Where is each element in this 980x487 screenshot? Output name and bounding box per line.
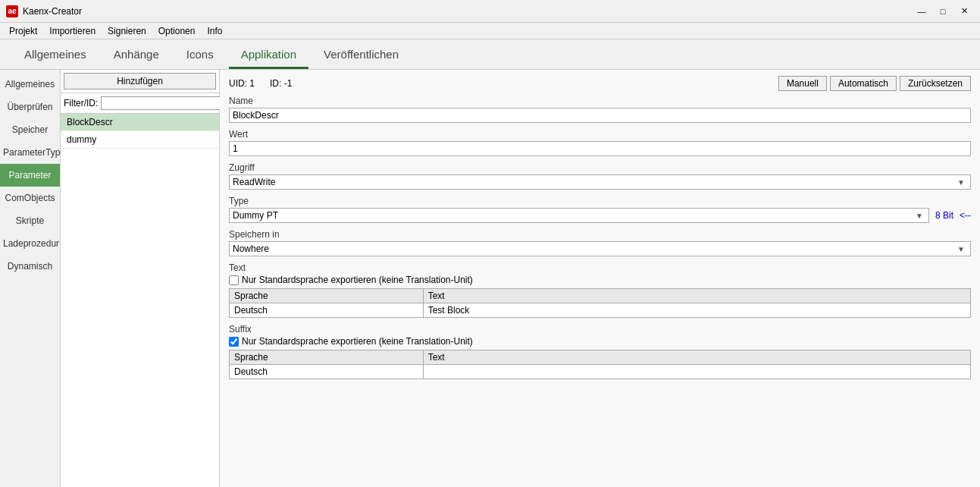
text-checkbox-label: Nur Standardsprache exportieren (keine T…: [242, 275, 473, 285]
titlebar-controls: — □ ✕: [912, 4, 974, 19]
menu-info[interactable]: Info: [201, 24, 228, 38]
type-label: Type: [229, 196, 971, 206]
list-panel: Hinzufügen Filter/ID: BlockDescr dummy: [61, 70, 220, 487]
uid-id-left: UID: 1 ID: -1: [229, 78, 292, 89]
manuell-button[interactable]: Manuell: [778, 76, 827, 91]
menubar: Projekt Importieren Signieren Optionen I…: [0, 23, 980, 39]
speichern-select-wrapper: Nowhere: [229, 241, 971, 256]
suffix-section-title: Suffix: [229, 324, 971, 335]
wert-group: Wert: [229, 129, 971, 156]
automatisch-button[interactable]: Automatisch: [830, 76, 897, 91]
tab-icons[interactable]: Icons: [174, 42, 226, 69]
close-button[interactable]: ✕: [954, 4, 974, 19]
maximize-button[interactable]: □: [933, 4, 953, 19]
sidebar-item-allgemeines[interactable]: Allgemeines: [0, 73, 60, 96]
menu-importieren[interactable]: Importieren: [43, 24, 102, 38]
sidebar-item-parametertypes[interactable]: ParameterTypes: [0, 141, 60, 164]
main-area: Allgemeines Überprüfen Speicher Paramete…: [0, 70, 980, 487]
detail-panel: UID: 1 ID: -1 Manuell Automatisch Zurück…: [220, 70, 980, 487]
id-display: ID: -1: [270, 78, 292, 89]
type-row: Dummy PT 8 Bit <--: [229, 208, 971, 223]
suffix-row-sprache: Deutsch: [230, 365, 424, 379]
wert-label: Wert: [229, 129, 971, 140]
text-section-title: Text: [229, 262, 971, 273]
list-items: BlockDescr dummy: [61, 114, 219, 487]
zugriff-label: Zugriff: [229, 162, 971, 173]
wert-input[interactable]: [229, 141, 971, 156]
sidebar-item-speicher[interactable]: Speicher: [0, 118, 60, 141]
minimize-button[interactable]: —: [912, 4, 931, 19]
list-item-dummy[interactable]: dummy: [61, 131, 219, 149]
text-checkbox-row: Nur Standardsprache exportieren (keine T…: [229, 275, 971, 285]
sidebar-item-ladeprozedur[interactable]: Ladeprozedur: [0, 232, 60, 255]
add-button[interactable]: Hinzufügen: [64, 73, 216, 90]
type-group: Type Dummy PT 8 Bit <--: [229, 196, 971, 223]
text-lang-table: Sprache Text Deutsch: [229, 288, 971, 318]
tab-anhaenge[interactable]: Anhänge: [102, 42, 171, 69]
table-row: Deutsch: [230, 303, 971, 318]
suffix-lang-table: Sprache Text Deutsch: [229, 350, 971, 379]
name-input[interactable]: [229, 108, 971, 123]
sidebar-item-comobjects[interactable]: ComObjects: [0, 187, 60, 209]
titlebar-title: Kaenx-Creator: [23, 6, 912, 17]
tab-veroeffentlichen[interactable]: Veröffentlichen: [312, 42, 411, 69]
zuruecksetzen-button[interactable]: Zurücksetzen: [900, 76, 971, 91]
text-section: Text Nur Standardsprache exportieren (ke…: [229, 262, 971, 318]
suffix-col-sprache: Sprache: [230, 350, 424, 365]
name-label: Name: [229, 96, 971, 106]
menu-projekt[interactable]: Projekt: [3, 24, 43, 38]
text-row-text-input[interactable]: [428, 305, 966, 316]
text-row-sprache: Deutsch: [230, 303, 424, 318]
suffix-checkbox[interactable]: [229, 337, 239, 347]
list-item-blockdescr[interactable]: BlockDescr: [61, 114, 219, 131]
suffix-row-text[interactable]: [423, 365, 970, 379]
filter-label: Filter/ID:: [64, 98, 98, 108]
speichern-select[interactable]: Nowhere: [229, 241, 971, 256]
type-select[interactable]: Dummy PT: [229, 208, 929, 223]
tab-allgemeines[interactable]: Allgemeines: [12, 42, 99, 69]
suffix-col-text: Text: [423, 350, 970, 365]
zugriff-select[interactable]: ReadWrite ReadOnly WriteOnly None: [229, 174, 971, 190]
type-arrow[interactable]: <--: [960, 210, 971, 221]
filter-row: Filter/ID:: [61, 93, 219, 114]
text-col-text: Text: [423, 289, 970, 303]
speichern-group: Speichern in Nowhere: [229, 229, 971, 256]
menu-optionen[interactable]: Optionen: [152, 24, 202, 38]
sidebar-item-skripte[interactable]: Skripte: [0, 209, 60, 232]
zugriff-group: Zugriff ReadWrite ReadOnly WriteOnly Non…: [229, 162, 971, 190]
speichern-label: Speichern in: [229, 229, 971, 240]
text-row-text[interactable]: [423, 303, 970, 318]
text-col-sprache: Sprache: [230, 289, 424, 303]
tab-applikation[interactable]: Applikation: [229, 42, 308, 69]
suffix-section: Suffix Nur Standardsprache exportieren (…: [229, 324, 971, 379]
uid-id-row: UID: 1 ID: -1 Manuell Automatisch Zurück…: [229, 76, 971, 91]
tabbar: Allgemeines Anhänge Icons Applikation Ve…: [0, 39, 980, 70]
uid-id-right: Manuell Automatisch Zurücksetzen: [778, 76, 971, 91]
titlebar: ae Kaenx-Creator — □ ✕: [0, 0, 980, 23]
table-row: Deutsch: [230, 365, 971, 379]
text-checkbox[interactable]: [229, 275, 239, 285]
uid-display: UID: 1: [229, 78, 255, 89]
sidebar-item-ueberprufen[interactable]: Überprüfen: [0, 96, 60, 118]
sidebar-item-dynamisch[interactable]: Dynamisch: [0, 255, 60, 278]
name-group: Name: [229, 96, 971, 123]
zugriff-select-wrapper: ReadWrite ReadOnly WriteOnly None: [229, 174, 971, 190]
suffix-checkbox-row: Nur Standardsprache exportieren (keine T…: [229, 336, 971, 347]
filter-input[interactable]: [101, 96, 221, 110]
type-select-wrapper: Dummy PT: [229, 208, 929, 223]
menu-signieren[interactable]: Signieren: [102, 24, 152, 38]
list-toolbar: Hinzufügen: [61, 70, 219, 93]
sidebar: Allgemeines Überprüfen Speicher Paramete…: [0, 70, 61, 487]
suffix-checkbox-label: Nur Standardsprache exportieren (keine T…: [242, 336, 473, 347]
type-bit-label: 8 Bit: [935, 210, 953, 221]
suffix-row-text-input[interactable]: [428, 366, 966, 377]
sidebar-item-parameter[interactable]: Parameter: [0, 164, 60, 187]
app-icon: ae: [6, 5, 18, 17]
